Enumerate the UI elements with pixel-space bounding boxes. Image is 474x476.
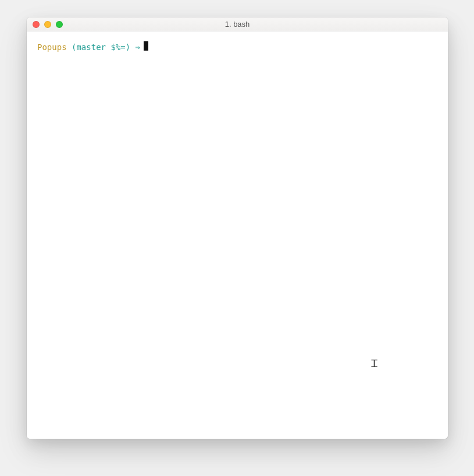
terminal-window: 1. bash Popups (master $%=) ⇒ Ꮖ bbox=[27, 17, 448, 439]
close-icon[interactable] bbox=[33, 21, 40, 28]
minimize-icon[interactable] bbox=[44, 21, 51, 28]
maximize-icon[interactable] bbox=[56, 21, 63, 28]
traffic-lights bbox=[27, 21, 63, 28]
titlebar[interactable]: 1. bash bbox=[27, 17, 448, 31]
ibeam-cursor-icon: Ꮖ bbox=[371, 356, 378, 371]
terminal-area[interactable]: Popups (master $%=) ⇒ Ꮖ bbox=[27, 31, 448, 439]
block-cursor bbox=[144, 41, 148, 51]
prompt-arrow-icon: ⇒ bbox=[136, 41, 140, 53]
window-title: 1. bash bbox=[27, 20, 448, 29]
prompt-git-branch: (master $%=) bbox=[72, 41, 130, 53]
prompt-line: Popups (master $%=) ⇒ bbox=[37, 41, 437, 53]
prompt-dir: Popups bbox=[37, 41, 67, 53]
